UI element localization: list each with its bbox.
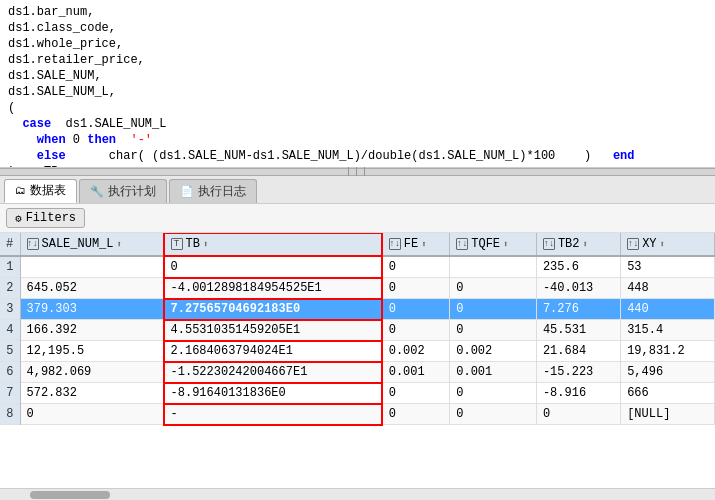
cell-row-num: 4 (0, 320, 20, 341)
horizontal-scrollbar[interactable] (0, 488, 715, 500)
table-row[interactable]: 4166.3924.55310351459205E10045.531315.4 (0, 320, 715, 341)
cell-FE: 0.001 (382, 362, 450, 383)
table-header-row: # ↑↓ SALE_NUM_L ⬆ T TB ⬆ (0, 233, 715, 256)
table-row[interactable]: 2645.052-4.0012898184954525E100-40.01344… (0, 278, 715, 299)
cell-row-num: 1 (0, 256, 20, 278)
col-label-TQFE: TQFE (471, 237, 500, 251)
cell-TB2: 21.684 (536, 341, 620, 362)
cell-TB2: 7.276 (536, 299, 620, 320)
col-header-TB[interactable]: T TB ⬆ (164, 233, 382, 256)
cell-TB: 0 (164, 256, 382, 278)
cell-XY: 19,831.2 (621, 341, 715, 362)
table-body: 100235.6532645.052-4.0012898184954525E10… (0, 256, 715, 425)
filters-bar: ⚙ Filters (0, 204, 715, 233)
col-label-TB: TB (186, 237, 200, 251)
code-line-9: when 0 then '-' (8, 132, 707, 148)
col-label-TB2: TB2 (558, 237, 580, 251)
cell-FE: 0 (382, 404, 450, 425)
cell-SALE_NUM_L: 0 (20, 404, 164, 425)
cell-SALE_NUM_L: 645.052 (20, 278, 164, 299)
cell-row-num: 3 (0, 299, 20, 320)
cell-FE: 0 (382, 299, 450, 320)
code-line-5: ds1.SALE_NUM, (8, 68, 707, 84)
cell-FE: 0 (382, 278, 450, 299)
cell-TB2: 235.6 (536, 256, 620, 278)
code-line-1: ds1.bar_num, (8, 4, 707, 20)
cell-SALE_NUM_L: 4,982.069 (20, 362, 164, 383)
col-header-FE[interactable]: ↑↓ FE ⬆ (382, 233, 450, 256)
table-row[interactable]: 7572.832-8.91640131836E000-8.916666 (0, 383, 715, 404)
col-label-FE: FE (404, 237, 418, 251)
col-label-SALE_NUM_L: SALE_NUM_L (42, 237, 114, 251)
sort-arrow-TQFE: ⬆ (503, 239, 508, 250)
cell-TB: - (164, 404, 382, 425)
splitter[interactable]: ||| (0, 168, 715, 176)
tab-log[interactable]: 📄 执行日志 (169, 179, 257, 203)
col-header-TQFE[interactable]: ↑↓ TQFE ⬆ (450, 233, 537, 256)
col-header-SALE_NUM_L[interactable]: ↑↓ SALE_NUM_L ⬆ (20, 233, 164, 256)
table-row[interactable]: 3379.3037.27565704692183E0007.276440 (0, 299, 715, 320)
col-header-TB2[interactable]: ↑↓ TB2 ⬆ (536, 233, 620, 256)
col-icon-SALE_NUM_L: ↑↓ (27, 238, 39, 250)
col-header-num: # (0, 233, 20, 256)
col-icon-TQFE: ↑↓ (456, 238, 468, 250)
cell-SALE_NUM_L: 166.392 (20, 320, 164, 341)
cell-TB2: -40.013 (536, 278, 620, 299)
cell-TQFE: 0 (450, 320, 537, 341)
filters-button[interactable]: ⚙ Filters (6, 208, 85, 228)
scrollbar-thumb[interactable] (30, 491, 110, 499)
cell-FE: 0.002 (382, 341, 450, 362)
cell-row-num: 2 (0, 278, 20, 299)
tab-plan[interactable]: 🔧 执行计划 (79, 179, 167, 203)
cell-TB: -8.91640131836E0 (164, 383, 382, 404)
table-row[interactable]: 80-000[NULL] (0, 404, 715, 425)
cell-TQFE: 0 (450, 404, 537, 425)
filters-label: Filters (26, 211, 76, 225)
tab-data-label: 数据表 (30, 182, 66, 199)
cell-SALE_NUM_L: 379.303 (20, 299, 164, 320)
cell-TB: -1.52230242004667E1 (164, 362, 382, 383)
cell-TB: 7.27565704692183E0 (164, 299, 382, 320)
data-table-container[interactable]: # ↑↓ SALE_NUM_L ⬆ T TB ⬆ (0, 233, 715, 488)
code-line-10: else char( (ds1.SALE_NUM-ds1.SALE_NUM_L)… (8, 148, 707, 164)
cell-TQFE: 0 (450, 278, 537, 299)
tab-plan-label: 执行计划 (108, 183, 156, 200)
sort-arrow-XY: ⬆ (660, 239, 665, 250)
cell-XY: 315.4 (621, 320, 715, 341)
tab-log-label: 执行日志 (198, 183, 246, 200)
sort-arrow-TB2: ⬆ (583, 239, 588, 250)
cell-XY: 5,496 (621, 362, 715, 383)
cell-FE: 0 (382, 320, 450, 341)
filters-icon: ⚙ (15, 212, 22, 225)
cell-TQFE: 0 (450, 299, 537, 320)
cell-SALE_NUM_L: 12,195.5 (20, 341, 164, 362)
cell-TB2: 45.531 (536, 320, 620, 341)
tab-data[interactable]: 🗂 数据表 (4, 179, 77, 203)
cell-row-num: 8 (0, 404, 20, 425)
data-table: # ↑↓ SALE_NUM_L ⬆ T TB ⬆ (0, 233, 715, 425)
cell-TQFE: 0.002 (450, 341, 537, 362)
cell-TQFE: 0 (450, 383, 537, 404)
table-row[interactable]: 100235.653 (0, 256, 715, 278)
cell-XY: [NULL] (621, 404, 715, 425)
cell-XY: 666 (621, 383, 715, 404)
sort-arrow-SALE_NUM_L: ⬆ (117, 239, 122, 250)
table-row[interactable]: 64,982.069-1.52230242004667E10.0010.001-… (0, 362, 715, 383)
cell-row-num: 7 (0, 383, 20, 404)
table-row[interactable]: 512,195.52.1684063794024E10.0020.00221.6… (0, 341, 715, 362)
cell-TB2: -8.916 (536, 383, 620, 404)
cell-TQFE: 0.001 (450, 362, 537, 383)
code-line-6: ds1.SALE_NUM_L, (8, 84, 707, 100)
col-label-XY: XY (642, 237, 656, 251)
bottom-panel: 🗂 数据表 🔧 执行计划 📄 执行日志 ⚙ Filters # (0, 176, 715, 500)
cell-XY: 448 (621, 278, 715, 299)
cell-SALE_NUM_L: 572.832 (20, 383, 164, 404)
cell-TB2: -15.223 (536, 362, 620, 383)
code-line-3: ds1.whole_price, (8, 36, 707, 52)
code-line-4: ds1.retailer_price, (8, 52, 707, 68)
cell-SALE_NUM_L (20, 256, 164, 278)
col-header-XY[interactable]: ↑↓ XY ⬆ (621, 233, 715, 256)
cell-FE: 0 (382, 256, 450, 278)
cell-XY: 53 (621, 256, 715, 278)
cell-FE: 0 (382, 383, 450, 404)
